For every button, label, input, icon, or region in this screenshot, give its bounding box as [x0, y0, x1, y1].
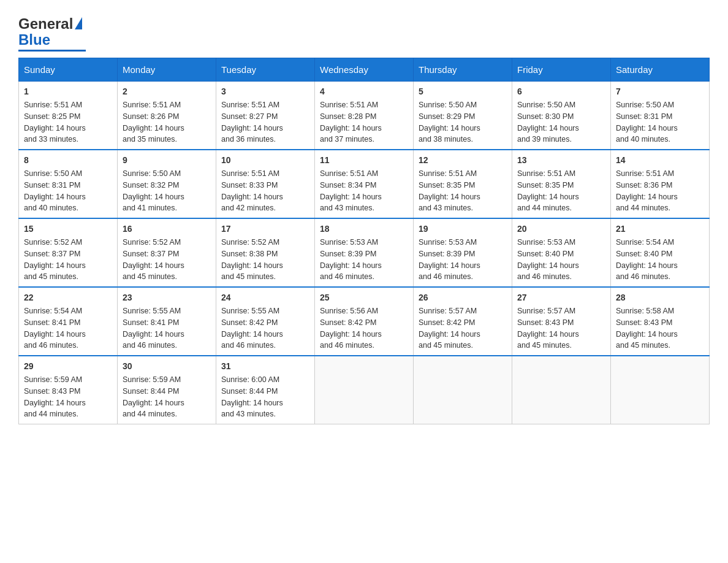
day-number: 28 — [616, 291, 704, 304]
day-number: 20 — [517, 223, 605, 236]
calendar-cell: 15Sunrise: 5:52 AMSunset: 8:37 PMDayligh… — [19, 218, 118, 287]
day-info: Sunrise: 6:00 AMSunset: 8:44 PMDaylight:… — [221, 374, 309, 420]
calendar-cell: 30Sunrise: 5:59 AMSunset: 8:44 PMDayligh… — [118, 356, 216, 424]
day-info: Sunrise: 5:51 AMSunset: 8:35 PMDaylight:… — [517, 168, 605, 214]
day-number: 25 — [320, 291, 408, 304]
column-header-tuesday: Tuesday — [216, 58, 315, 82]
day-number: 17 — [221, 223, 309, 236]
calendar-cell: 11Sunrise: 5:51 AMSunset: 8:34 PMDayligh… — [315, 150, 414, 218]
calendar-cell: 1Sunrise: 5:51 AMSunset: 8:25 PMDaylight… — [19, 82, 118, 150]
day-info: Sunrise: 5:52 AMSunset: 8:37 PMDaylight:… — [24, 237, 112, 283]
day-info: Sunrise: 5:51 AMSunset: 8:26 PMDaylight:… — [123, 99, 211, 145]
calendar-cell: 9Sunrise: 5:50 AMSunset: 8:32 PMDaylight… — [118, 150, 216, 218]
logo-bar — [18, 50, 86, 52]
calendar-cell: 27Sunrise: 5:57 AMSunset: 8:43 PMDayligh… — [512, 287, 611, 356]
logo-row2: Blue — [18, 31, 50, 48]
calendar-cell: 25Sunrise: 5:56 AMSunset: 8:42 PMDayligh… — [315, 287, 414, 356]
day-number: 16 — [123, 223, 211, 236]
calendar-week-row: 8Sunrise: 5:50 AMSunset: 8:31 PMDaylight… — [19, 150, 710, 218]
calendar-cell: 19Sunrise: 5:53 AMSunset: 8:39 PMDayligh… — [414, 218, 512, 287]
logo-row1: General — [18, 15, 82, 33]
day-info: Sunrise: 5:54 AMSunset: 8:41 PMDaylight:… — [24, 305, 112, 351]
column-header-saturday: Saturday — [611, 58, 710, 82]
calendar-table: SundayMondayTuesdayWednesdayThursdayFrid… — [18, 58, 710, 424]
calendar-cell: 21Sunrise: 5:54 AMSunset: 8:40 PMDayligh… — [611, 218, 710, 287]
calendar-cell: 4Sunrise: 5:51 AMSunset: 8:28 PMDaylight… — [315, 82, 414, 150]
day-info: Sunrise: 5:57 AMSunset: 8:43 PMDaylight:… — [517, 305, 605, 351]
day-info: Sunrise: 5:58 AMSunset: 8:43 PMDaylight:… — [616, 305, 704, 351]
page-header: General Blue — [18, 12, 710, 52]
calendar-week-row: 15Sunrise: 5:52 AMSunset: 8:37 PMDayligh… — [19, 218, 710, 287]
day-number: 24 — [221, 291, 309, 304]
calendar-cell: 23Sunrise: 5:55 AMSunset: 8:41 PMDayligh… — [118, 287, 216, 356]
column-header-friday: Friday — [512, 58, 611, 82]
calendar-cell: 18Sunrise: 5:53 AMSunset: 8:39 PMDayligh… — [315, 218, 414, 287]
day-info: Sunrise: 5:51 AMSunset: 8:28 PMDaylight:… — [320, 99, 408, 145]
day-info: Sunrise: 5:50 AMSunset: 8:30 PMDaylight:… — [517, 99, 605, 145]
day-info: Sunrise: 5:51 AMSunset: 8:35 PMDaylight:… — [419, 168, 507, 214]
day-info: Sunrise: 5:59 AMSunset: 8:43 PMDaylight:… — [24, 374, 112, 420]
day-number: 18 — [320, 223, 408, 236]
calendar-cell: 7Sunrise: 5:50 AMSunset: 8:31 PMDaylight… — [611, 82, 710, 150]
day-info: Sunrise: 5:53 AMSunset: 8:40 PMDaylight:… — [517, 237, 605, 283]
day-info: Sunrise: 5:57 AMSunset: 8:42 PMDaylight:… — [419, 305, 507, 351]
calendar-week-row: 22Sunrise: 5:54 AMSunset: 8:41 PMDayligh… — [19, 287, 710, 356]
day-number: 1 — [24, 85, 112, 98]
calendar-cell: 24Sunrise: 5:55 AMSunset: 8:42 PMDayligh… — [216, 287, 315, 356]
calendar-cell: 28Sunrise: 5:58 AMSunset: 8:43 PMDayligh… — [611, 287, 710, 356]
logo: General Blue — [18, 12, 86, 52]
calendar-cell — [414, 356, 512, 424]
calendar-cell: 29Sunrise: 5:59 AMSunset: 8:43 PMDayligh… — [19, 356, 118, 424]
day-number: 2 — [123, 85, 211, 98]
calendar-cell: 17Sunrise: 5:52 AMSunset: 8:38 PMDayligh… — [216, 218, 315, 287]
day-number: 7 — [616, 85, 704, 98]
day-number: 12 — [419, 154, 507, 167]
column-header-monday: Monday — [118, 58, 216, 82]
day-info: Sunrise: 5:53 AMSunset: 8:39 PMDaylight:… — [419, 237, 507, 283]
day-info: Sunrise: 5:55 AMSunset: 8:41 PMDaylight:… — [123, 305, 211, 351]
calendar-cell: 16Sunrise: 5:52 AMSunset: 8:37 PMDayligh… — [118, 218, 216, 287]
calendar-cell: 5Sunrise: 5:50 AMSunset: 8:29 PMDaylight… — [414, 82, 512, 150]
day-number: 15 — [24, 223, 112, 236]
calendar-cell: 3Sunrise: 5:51 AMSunset: 8:27 PMDaylight… — [216, 82, 315, 150]
calendar-header-row: SundayMondayTuesdayWednesdayThursdayFrid… — [19, 58, 710, 82]
day-info: Sunrise: 5:51 AMSunset: 8:33 PMDaylight:… — [221, 168, 309, 214]
calendar-cell: 12Sunrise: 5:51 AMSunset: 8:35 PMDayligh… — [414, 150, 512, 218]
day-info: Sunrise: 5:55 AMSunset: 8:42 PMDaylight:… — [221, 305, 309, 351]
day-number: 13 — [517, 154, 605, 167]
calendar-cell: 8Sunrise: 5:50 AMSunset: 8:31 PMDaylight… — [19, 150, 118, 218]
day-number: 29 — [24, 360, 112, 373]
day-number: 23 — [123, 291, 211, 304]
logo-blue-label: Blue — [18, 31, 50, 48]
day-info: Sunrise: 5:54 AMSunset: 8:40 PMDaylight:… — [616, 237, 704, 283]
day-number: 10 — [221, 154, 309, 167]
day-number: 11 — [320, 154, 408, 167]
calendar-cell: 22Sunrise: 5:54 AMSunset: 8:41 PMDayligh… — [19, 287, 118, 356]
day-info: Sunrise: 5:52 AMSunset: 8:37 PMDaylight:… — [123, 237, 211, 283]
day-info: Sunrise: 5:51 AMSunset: 8:25 PMDaylight:… — [24, 99, 112, 145]
day-info: Sunrise: 5:51 AMSunset: 8:34 PMDaylight:… — [320, 168, 408, 214]
calendar-week-row: 1Sunrise: 5:51 AMSunset: 8:25 PMDaylight… — [19, 82, 710, 150]
calendar-cell: 2Sunrise: 5:51 AMSunset: 8:26 PMDaylight… — [118, 82, 216, 150]
day-info: Sunrise: 5:53 AMSunset: 8:39 PMDaylight:… — [320, 237, 408, 283]
day-number: 21 — [616, 223, 704, 236]
day-number: 14 — [616, 154, 704, 167]
day-number: 3 — [221, 85, 309, 98]
logo-general-label: General — [18, 15, 73, 33]
day-info: Sunrise: 5:56 AMSunset: 8:42 PMDaylight:… — [320, 305, 408, 351]
day-info: Sunrise: 5:52 AMSunset: 8:38 PMDaylight:… — [221, 237, 309, 283]
day-number: 9 — [123, 154, 211, 167]
column-header-sunday: Sunday — [19, 58, 118, 82]
day-info: Sunrise: 5:50 AMSunset: 8:31 PMDaylight:… — [24, 168, 112, 214]
day-number: 5 — [419, 85, 507, 98]
calendar-cell: 10Sunrise: 5:51 AMSunset: 8:33 PMDayligh… — [216, 150, 315, 218]
calendar-cell: 26Sunrise: 5:57 AMSunset: 8:42 PMDayligh… — [414, 287, 512, 356]
day-info: Sunrise: 5:50 AMSunset: 8:32 PMDaylight:… — [123, 168, 211, 214]
calendar-cell — [315, 356, 414, 424]
day-info: Sunrise: 5:51 AMSunset: 8:36 PMDaylight:… — [616, 168, 704, 214]
day-number: 6 — [517, 85, 605, 98]
day-number: 30 — [123, 360, 211, 373]
column-header-thursday: Thursday — [414, 58, 512, 82]
day-number: 4 — [320, 85, 408, 98]
day-number: 8 — [24, 154, 112, 167]
